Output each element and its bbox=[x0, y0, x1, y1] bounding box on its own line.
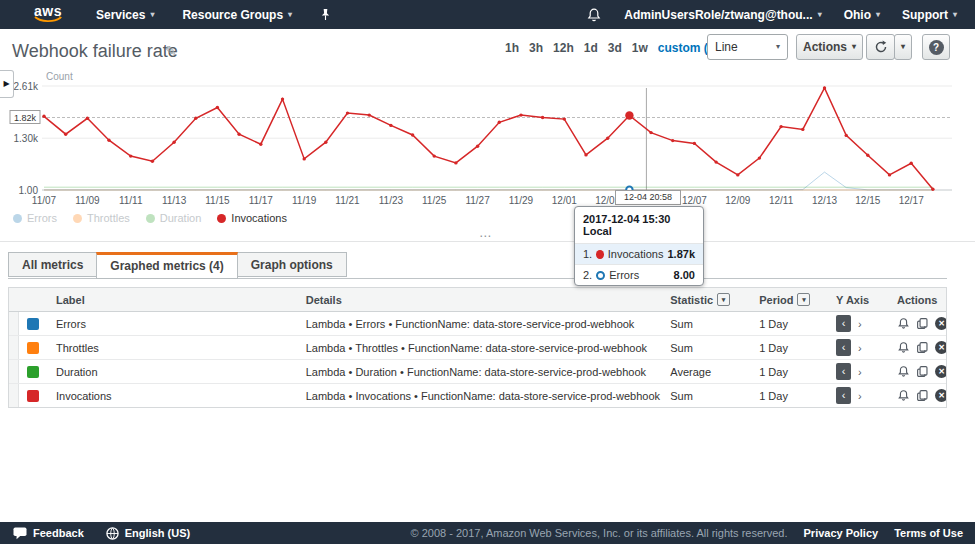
y-axis-left-button[interactable]: ‹ bbox=[836, 315, 851, 332]
metric-label-cell[interactable]: Throttles bbox=[53, 336, 299, 359]
remove-metric-icon[interactable]: ✕ bbox=[935, 389, 946, 402]
create-alarm-icon[interactable] bbox=[897, 389, 910, 402]
metric-label-cell[interactable]: Invocations bbox=[53, 384, 299, 407]
remove-metric-icon[interactable]: ✕ bbox=[935, 365, 946, 378]
terms-of-use-link[interactable]: Terms of Use bbox=[894, 527, 963, 539]
pin-shortcut-button[interactable] bbox=[320, 8, 331, 21]
y-axis-left-button[interactable]: ‹ bbox=[836, 363, 851, 380]
chevron-down-icon: ▾ bbox=[901, 43, 905, 51]
range-3h[interactable]: 3h bbox=[529, 41, 543, 55]
aws-logo[interactable]: aws bbox=[34, 6, 62, 23]
duplicate-metric-icon[interactable] bbox=[916, 389, 929, 402]
support-menu[interactable]: Support ▾ bbox=[902, 8, 957, 22]
chevron-down-icon: ▾ bbox=[818, 11, 822, 19]
chevron-down-icon: ▾ bbox=[852, 43, 856, 51]
metric-color-swatch[interactable] bbox=[27, 390, 39, 402]
nav-resource-groups-menu[interactable]: Resource Groups ▾ bbox=[182, 8, 292, 22]
remove-metric-icon[interactable]: ✕ bbox=[935, 341, 946, 354]
series-marker-icon bbox=[596, 271, 605, 280]
y-axis-right-button[interactable]: › bbox=[858, 390, 862, 402]
metric-color-swatch[interactable] bbox=[27, 342, 39, 354]
create-alarm-icon[interactable] bbox=[897, 341, 910, 354]
expand-panel-tab[interactable]: ▶ bbox=[0, 70, 14, 98]
region-menu[interactable]: Ohio ▾ bbox=[844, 8, 880, 22]
range-1h[interactable]: 1h bbox=[505, 41, 519, 55]
legend-label: Errors bbox=[27, 212, 57, 224]
notifications-button[interactable] bbox=[586, 7, 602, 23]
row-gutter bbox=[9, 336, 19, 359]
tooltip-rows: 1.Invocations1.87k2.Errors8.00 bbox=[575, 243, 703, 285]
legend-item-duration[interactable]: Duration bbox=[146, 212, 202, 224]
y-axis-right-button[interactable]: › bbox=[858, 318, 862, 330]
metric-period-cell[interactable]: 1 Day bbox=[753, 336, 833, 359]
tab-graphed-metrics-4-[interactable]: Graphed metrics (4) bbox=[96, 252, 237, 279]
metric-color-swatch[interactable] bbox=[27, 318, 39, 330]
duplicate-metric-icon[interactable] bbox=[916, 365, 929, 378]
nav-services-menu[interactable]: Services ▾ bbox=[96, 8, 154, 22]
metric-statistic-cell[interactable]: Sum bbox=[663, 312, 753, 335]
svg-text:11/11: 11/11 bbox=[119, 195, 143, 206]
refresh-button[interactable] bbox=[866, 34, 895, 60]
chart-type-select[interactable]: Line ▾ bbox=[707, 34, 788, 60]
svg-text:12/09: 12/09 bbox=[725, 195, 750, 206]
metric-statistic-cell[interactable]: Average bbox=[663, 360, 753, 383]
metric-actions-cell: ✕ bbox=[890, 384, 946, 407]
metric-details-cell: Lambda • Errors • FunctionName: data-sto… bbox=[299, 312, 664, 335]
filter-dropdown-icon[interactable]: ▾ bbox=[717, 293, 730, 306]
tooltip-rank: 1. bbox=[583, 248, 592, 260]
create-alarm-icon[interactable] bbox=[897, 365, 910, 378]
metric-period-cell[interactable]: 1 Day bbox=[753, 360, 833, 383]
chart-tooltip: 2017-12-04 15:30 Local 1.Invocations1.87… bbox=[574, 206, 704, 286]
tooltip-rank: 2. bbox=[583, 269, 592, 281]
row-gutter bbox=[9, 384, 19, 407]
actions-button[interactable]: Actions ▾ bbox=[796, 34, 863, 60]
legend-label: Duration bbox=[160, 212, 202, 224]
y-axis-left-button[interactable]: ‹ bbox=[836, 339, 851, 356]
y-axis-left-button[interactable]: ‹ bbox=[836, 387, 851, 404]
edit-title-icon[interactable]: ✎ bbox=[165, 43, 177, 59]
metric-label-cell[interactable]: Duration bbox=[53, 360, 299, 383]
help-button[interactable]: ? bbox=[922, 34, 950, 60]
row-color-cell bbox=[19, 312, 53, 335]
y-axis-right-button[interactable]: › bbox=[858, 366, 862, 378]
top-navbar: aws Services ▾ Resource Groups ▾ bbox=[0, 0, 975, 29]
legend-item-invocations[interactable]: Invocations bbox=[217, 212, 287, 224]
table-row-throttles: ThrottlesLambda • Throttles • FunctionNa… bbox=[9, 335, 946, 359]
feedback-label: Feedback bbox=[33, 527, 84, 539]
question-mark-icon: ? bbox=[929, 40, 944, 55]
tooltip-series-label: Errors bbox=[609, 269, 639, 281]
language-selector[interactable]: English (US) bbox=[106, 527, 190, 540]
metric-period-cell[interactable]: 1 Day bbox=[753, 384, 833, 407]
metric-statistic-cell[interactable]: Sum bbox=[663, 384, 753, 407]
legend-item-throttles[interactable]: Throttles bbox=[73, 212, 130, 224]
duplicate-metric-icon[interactable] bbox=[916, 341, 929, 354]
refresh-options-button[interactable]: ▾ bbox=[894, 34, 912, 60]
range-1w[interactable]: 1w bbox=[632, 41, 648, 55]
nav-resource-groups-label: Resource Groups bbox=[182, 8, 283, 22]
legend-item-errors[interactable]: Errors bbox=[13, 212, 57, 224]
filter-dropdown-icon[interactable]: ▾ bbox=[797, 293, 810, 306]
metrics-chart[interactable]: Count2.61k1.82k1.30k1.0011/0711/0911/111… bbox=[0, 64, 975, 210]
metric-label-cell[interactable]: Errors bbox=[53, 312, 299, 335]
range-3d[interactable]: 3d bbox=[608, 41, 622, 55]
metric-statistic-cell[interactable]: Sum bbox=[663, 336, 753, 359]
y-axis-right-button[interactable]: › bbox=[858, 342, 862, 354]
svg-text:11/13: 11/13 bbox=[162, 195, 187, 206]
svg-text:1.00: 1.00 bbox=[19, 185, 39, 196]
tab-all-metrics[interactable]: All metrics bbox=[8, 252, 97, 277]
resize-handle-icon[interactable]: ⋯ bbox=[479, 231, 492, 241]
range-1d[interactable]: 1d bbox=[584, 41, 598, 55]
remove-metric-icon[interactable]: ✕ bbox=[935, 317, 946, 330]
create-alarm-icon[interactable] bbox=[897, 317, 910, 330]
range-12h[interactable]: 12h bbox=[553, 41, 574, 55]
chevron-down-icon: ▾ bbox=[953, 11, 957, 19]
metric-details-cell: Lambda • Throttles • FunctionName: data-… bbox=[299, 336, 664, 359]
feedback-button[interactable]: Feedback bbox=[13, 527, 84, 540]
metric-period-cell[interactable]: 1 Day bbox=[753, 312, 833, 335]
chart-type-value: Line bbox=[715, 40, 738, 54]
account-menu[interactable]: AdminUsersRole/ztwang@thou... ▾ bbox=[624, 8, 821, 22]
privacy-policy-link[interactable]: Privacy Policy bbox=[804, 527, 879, 539]
metric-color-swatch[interactable] bbox=[27, 366, 39, 378]
duplicate-metric-icon[interactable] bbox=[916, 317, 929, 330]
tab-graph-options[interactable]: Graph options bbox=[237, 252, 347, 277]
